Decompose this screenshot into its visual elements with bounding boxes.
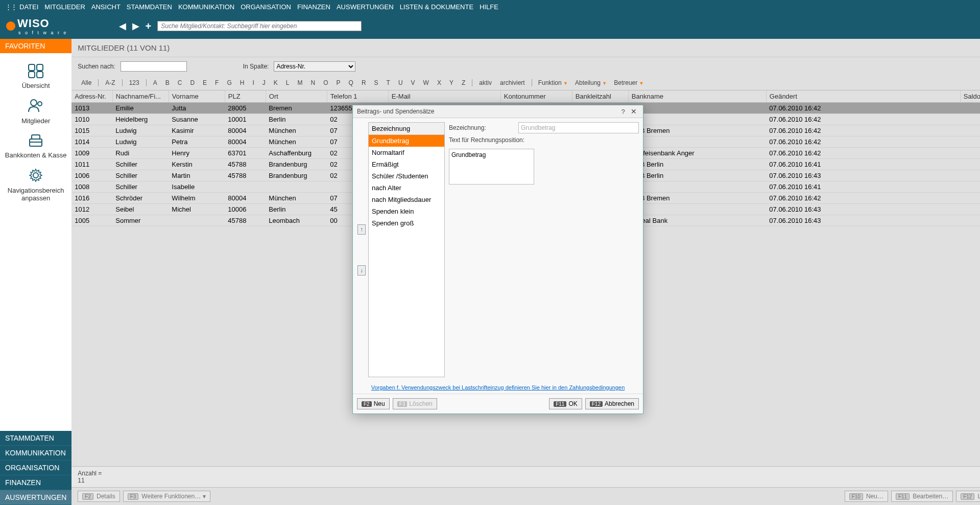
cell: 0,00 € xyxy=(960,114,980,125)
back-arrow-icon[interactable]: ◀ xyxy=(119,20,126,32)
sidebar-item-mitglieder[interactable]: Mitglieder xyxy=(0,94,71,129)
alpha-filter-v[interactable]: V xyxy=(408,78,419,88)
col-header[interactable]: Adress-Nr. xyxy=(71,90,112,103)
col-header[interactable]: PLZ xyxy=(225,90,266,103)
menu-item-kommunikation[interactable]: KOMMUNIKATION xyxy=(178,3,234,11)
alpha-filter-a[interactable]: A xyxy=(150,78,161,88)
menu-item-listen-dokumente[interactable]: LISTEN & DOKUMENTE xyxy=(400,3,473,11)
search-input[interactable] xyxy=(121,61,187,72)
dialog-list-item[interactable]: nach Mitgliedsdauer xyxy=(369,194,444,205)
alpha-filter-l[interactable]: L xyxy=(282,78,293,88)
alpha-filter-f[interactable]: F xyxy=(211,78,222,88)
dialog-loeschen-button[interactable]: F3Löschen xyxy=(393,398,437,409)
alpha-filter-y[interactable]: Y xyxy=(446,78,457,88)
sidebar-item-navigationsbereich-anpassen[interactable]: Navigationsbereich anpassen xyxy=(0,163,71,206)
col-header[interactable]: Nachname/Fi... xyxy=(112,90,169,103)
dialog-list-item[interactable]: Spenden groß xyxy=(369,217,444,229)
alpha-filter-x[interactable]: X xyxy=(434,78,445,88)
move-down-button[interactable]: ↓ xyxy=(357,265,366,276)
menu-item-ansicht[interactable]: ANSICHT xyxy=(91,3,121,11)
dropdown-abteilung[interactable]: Abteilung ▼ xyxy=(572,78,610,87)
cell: SEB Berlin xyxy=(628,159,766,170)
dropdown-funktion[interactable]: Funktion ▼ xyxy=(535,78,571,87)
alpha-filter-u[interactable]: U xyxy=(395,78,407,88)
menu-item-datei[interactable]: DATEI xyxy=(19,3,38,11)
alpha-filter-123[interactable]: 123 xyxy=(126,78,143,88)
alpha-filter-i[interactable]: I xyxy=(249,78,257,88)
alpha-filter-o[interactable]: O xyxy=(320,78,331,88)
alpha-filter-j[interactable]: J xyxy=(259,78,269,88)
alpha-filter-e[interactable]: E xyxy=(199,78,210,88)
col-header[interactable]: Telefon 1 xyxy=(327,90,388,103)
alpha-filter-w[interactable]: W xyxy=(420,78,433,88)
sidebar-section-finanzen[interactable]: FINANZEN xyxy=(0,475,71,490)
col-header[interactable]: Kontonummer xyxy=(500,90,572,103)
sidebar-section-organisation[interactable]: ORGANISATION xyxy=(0,461,71,475)
cell: München xyxy=(266,193,327,204)
footer-btn-neu-[interactable]: F10Neu… xyxy=(845,491,888,502)
dialog-list-item[interactable]: nach Alter xyxy=(369,182,444,194)
alpha-filter-q[interactable]: Q xyxy=(345,78,357,88)
alpha-filter-p[interactable]: P xyxy=(333,78,344,88)
help-icon[interactable]: ? xyxy=(619,108,627,116)
column-select[interactable]: Adress-Nr. xyxy=(274,61,355,72)
dialog-list-item[interactable]: Ermäßigt xyxy=(369,158,444,170)
col-header[interactable]: Bankname xyxy=(628,90,766,103)
col-header[interactable]: Ort xyxy=(266,90,327,103)
sidebar-section-stammdaten[interactable]: STAMMDATEN xyxy=(0,431,71,446)
alpha-filter-n[interactable]: N xyxy=(307,78,319,88)
dialog-list-item[interactable]: Schüler /Studenten xyxy=(369,170,444,182)
sidebar-section-kommunikation[interactable]: KOMMUNIKATION xyxy=(0,446,71,461)
dropdown-betreuer[interactable]: Betreuer ▼ xyxy=(611,78,647,87)
dialog-neu-button[interactable]: F2Neu xyxy=(357,398,390,409)
col-header[interactable]: Geändert xyxy=(766,90,960,103)
alpha-filter-s[interactable]: S xyxy=(371,78,382,88)
dialog-list-item[interactable]: Grundbetrag xyxy=(369,135,444,147)
close-icon[interactable]: ✕ xyxy=(629,107,639,116)
alpha-filter-d[interactable]: D xyxy=(186,78,198,88)
alpha-filter-a-z[interactable]: A-Z xyxy=(102,78,118,88)
bezeichnung-input[interactable] xyxy=(518,122,639,133)
cell: Rudi xyxy=(112,148,169,159)
col-header[interactable]: E-Mail xyxy=(388,90,500,103)
dialog-abbrechen-button[interactable]: F12Abbrechen xyxy=(585,398,639,409)
forward-arrow-icon[interactable]: ▶ xyxy=(132,20,139,32)
alpha-filter-b[interactable]: B xyxy=(162,78,173,88)
sidebar-item--bersicht[interactable]: Übersicht xyxy=(0,59,71,94)
dialog-list-item[interactable]: Spenden klein xyxy=(369,205,444,217)
menu-item-finanzen[interactable]: FINANZEN xyxy=(297,3,330,11)
footer-btn-l-schen[interactable]: F12Löschen xyxy=(956,491,980,502)
footer-btn-details[interactable]: F2Details xyxy=(78,491,119,502)
col-header[interactable]: Bankleitzahl xyxy=(572,90,628,103)
menu-item-hilfe[interactable]: HILFE xyxy=(480,3,498,11)
col-header[interactable]: Saldo xyxy=(960,90,980,103)
alpha-filter-t[interactable]: T xyxy=(383,78,394,88)
alpha-filter-r[interactable]: R xyxy=(358,78,370,88)
add-icon[interactable]: + xyxy=(146,20,152,32)
menu-item-mitglieder[interactable]: MITGLIEDER xyxy=(44,3,85,11)
sidebar-section-auswertungen[interactable]: AUSWERTUNGEN xyxy=(0,490,71,505)
dialog-ok-button[interactable]: F11OK xyxy=(549,398,582,409)
menu-item-stammdaten[interactable]: STAMMDATEN xyxy=(127,3,172,11)
menu-item-organisation[interactable]: ORGANISATION xyxy=(241,3,291,11)
alpha-filter-g[interactable]: G xyxy=(223,78,235,88)
filter-archiviert[interactable]: archiviert xyxy=(496,78,529,88)
cell: -25,00 € xyxy=(960,136,980,148)
footer-btn-weitere-funktionen-[interactable]: F3Weitere Funktionen… ▾ xyxy=(123,491,210,502)
alpha-filter-k[interactable]: K xyxy=(270,78,281,88)
global-search-input[interactable] xyxy=(157,21,362,31)
alpha-filter-h[interactable]: H xyxy=(236,78,248,88)
filter-aktiv[interactable]: aktiv xyxy=(475,78,495,88)
col-header[interactable]: Vorname xyxy=(169,90,225,103)
alpha-filter-alle[interactable]: Alle xyxy=(78,78,95,88)
menu-item-auswertungen[interactable]: AUSWERTUNGEN xyxy=(337,3,394,11)
alpha-filter-m[interactable]: M xyxy=(294,78,306,88)
dialog-list-item[interactable]: Normaltarif xyxy=(369,147,444,158)
sidebar-item-bankkonten-kasse[interactable]: Bankkonten & Kasse xyxy=(0,129,71,163)
move-up-button[interactable]: ↑ xyxy=(357,224,366,235)
rechnungstext-input[interactable] xyxy=(449,149,534,185)
zahlungsbedingungen-link[interactable]: Vorgaben f. Verwendungszweck bei Lastsch… xyxy=(371,384,625,391)
footer-btn-bearbeiten-[interactable]: F11Bearbeiten… xyxy=(891,491,953,502)
alpha-filter-c[interactable]: C xyxy=(174,78,186,88)
alpha-filter-z[interactable]: Z xyxy=(458,78,469,88)
